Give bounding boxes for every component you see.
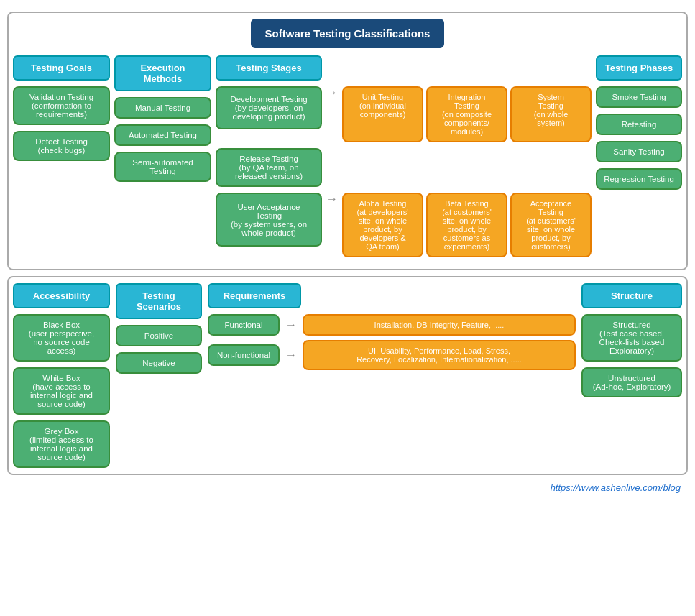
list-item: Acceptance Testing (at customers' site, …	[510, 193, 592, 257]
list-item: Validation Testing (conformation to requ…	[13, 86, 110, 125]
execution-methods-list: Manual Testing Automated Testing Semi-au…	[114, 97, 211, 182]
arrow-icon: →	[325, 86, 339, 99]
page: Software Testing Classifications Testing…	[0, 0, 695, 500]
stage-children: Unit Testing (on individual components) …	[342, 86, 592, 142]
list-item: Sanity Testing	[596, 141, 682, 162]
testing-goals-list: Validation Testing (conformation to requ…	[13, 86, 110, 161]
list-item: Alpha Testing (at developers' site, on w…	[342, 193, 423, 257]
requirements-row-functional: Functional → Installation, DB Integrity,…	[208, 314, 576, 336]
list-item: Unit Testing (on individual components)	[342, 86, 423, 142]
testing-goals-header: Testing Goals	[13, 55, 110, 81]
col-testing-scenarios: Testing Scenarios Positive Negative	[116, 283, 202, 374]
col-testing-goals: Testing Goals Validation Testing (confor…	[13, 55, 110, 161]
list-item: Smoke Testing	[596, 86, 682, 108]
list-item: Semi-automated Testing	[114, 152, 211, 182]
list-item: Defect Testing (check bugs)	[13, 131, 110, 161]
col-testing-phases: Testing Phases Smoke Testing Retesting S…	[596, 55, 682, 190]
stage-development: Development Testing (by developers, on d…	[216, 86, 592, 142]
stage-children: Alpha Testing (at developers' site, on w…	[342, 193, 592, 257]
arrow-icon: →	[284, 318, 298, 331]
root-title: Software Testing Classifications	[251, 19, 445, 48]
nonfunctional-label: Non-functional	[208, 344, 280, 366]
testing-scenarios-header: Testing Scenarios	[116, 283, 202, 319]
list-item: Beta Testing (at customers' site, on who…	[426, 193, 507, 257]
list-item: Retesting	[596, 114, 682, 135]
list-item: Integration Testing (on composite compon…	[426, 86, 507, 142]
nonfunctional-detail: UI, Usability, Performance, Load, Stress…	[303, 340, 576, 370]
main-cols: Testing Goals Validation Testing (confor…	[13, 55, 682, 263]
list-item: Manual Testing	[114, 97, 211, 119]
footer[interactable]: https://www.ashenlive.com/blog	[7, 482, 688, 493]
footer-link[interactable]: https://www.ashenlive.com/blog	[551, 482, 681, 493]
col-accessibility: Accessibility Black Box (user perspectiv…	[13, 283, 110, 468]
col-requirements: Requirements Functional → Installation, …	[208, 283, 576, 374]
testing-phases-header: Testing Phases	[596, 55, 682, 81]
requirements-header: Requirements	[208, 283, 301, 308]
title-row: Software Testing Classifications	[13, 19, 682, 48]
structure-list: Structured (Test case based, Check-lists…	[581, 314, 682, 397]
testing-scenarios-list: Positive Negative	[116, 325, 202, 374]
execution-methods-header: Execution Methods	[114, 55, 211, 91]
list-item: Structured (Test case based, Check-lists…	[581, 314, 682, 362]
stage-item: User Acceptance Testing (by system users…	[216, 193, 322, 247]
stage-release: Release Testing (by QA team, on released…	[216, 148, 592, 187]
list-item: White Box (have access to internal logic…	[13, 367, 110, 415]
bottom-section: Accessibility Black Box (user perspectiv…	[7, 276, 688, 475]
list-item: Black Box (user perspective, no source c…	[13, 314, 110, 362]
list-item: Grey Box (limited access to internal log…	[13, 420, 110, 468]
testing-phases-list: Smoke Testing Retesting Sanity Testing R…	[596, 86, 682, 190]
bottom-cols: Accessibility Black Box (user perspectiv…	[13, 283, 682, 468]
arrow-icon: →	[284, 349, 298, 362]
col-stages-wrapper: Testing Stages Development Testing (by d…	[216, 55, 592, 263]
list-item: Automated Testing	[114, 124, 211, 146]
list-item: System Testing (on whole system)	[510, 86, 592, 142]
testing-stages-header: Testing Stages	[216, 55, 322, 81]
list-item: Regression Testing	[596, 168, 682, 190]
top-section: Software Testing Classifications Testing…	[7, 12, 688, 270]
accessibility-header: Accessibility	[13, 283, 110, 308]
col-structure: Structure Structured (Test case based, C…	[581, 283, 682, 397]
arrow-icon: →	[325, 193, 339, 206]
structure-header: Structure	[581, 283, 682, 308]
functional-detail: Installation, DB Integrity, Feature, ...…	[303, 314, 576, 336]
stage-item: Release Testing (by QA team, on released…	[216, 148, 322, 187]
requirements-row-nonfunctional: Non-functional → UI, Usability, Performa…	[208, 340, 576, 370]
stage-uat: User Acceptance Testing (by system users…	[216, 193, 592, 257]
list-item: Negative	[116, 352, 202, 374]
list-item: Unstructured (Ad-hoc, Exploratory)	[581, 367, 682, 397]
list-item: Positive	[116, 325, 202, 346]
accessibility-list: Black Box (user perspective, no source c…	[13, 314, 110, 468]
stage-item: Development Testing (by developers, on d…	[216, 86, 322, 129]
col-execution-methods: Execution Methods Manual Testing Automat…	[114, 55, 211, 182]
functional-label: Functional	[208, 314, 280, 336]
